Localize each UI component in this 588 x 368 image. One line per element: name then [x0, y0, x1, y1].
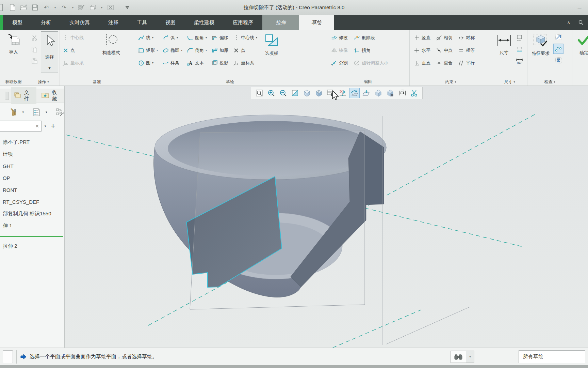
select-button[interactable]: 选择 ▾	[41, 31, 58, 73]
tree-item-right-plane[interactable]: GHT	[3, 160, 63, 172]
corner-button[interactable]: 拐角	[353, 44, 390, 57]
redo-dropdown[interactable]: ▾	[71, 3, 75, 12]
sketch-setup-icon[interactable]	[349, 88, 360, 98]
tree-tools-dropdown[interactable]: ▾	[19, 107, 27, 117]
chamfer-button[interactable]: 倒角▾	[186, 44, 208, 57]
find-tool-button[interactable]	[451, 351, 466, 363]
datum-csys-button[interactable]: 坐标系	[61, 57, 99, 69]
undo-button[interactable]: ↶	[42, 3, 51, 12]
datum-centerline-button[interactable]: 中心线	[61, 31, 99, 44]
search-icon[interactable]	[577, 19, 585, 26]
project-button[interactable]: 投影	[210, 57, 230, 69]
tree-item-top-plane[interactable]: OP	[3, 172, 63, 184]
undo-dropdown[interactable]: ▾	[53, 3, 57, 12]
constraint-symmetric-button[interactable]: 对称	[457, 31, 476, 44]
sketch-plane-outline[interactable]	[190, 116, 470, 345]
datum-line-3[interactable]	[326, 310, 421, 348]
constraint-tangent-button[interactable]: 相切	[435, 31, 454, 44]
tab-flexible-modeling[interactable]: 柔性建模	[185, 15, 224, 30]
modify-button[interactable]: 修改	[330, 31, 349, 44]
sketch-csys-button[interactable]: 坐标系	[232, 57, 259, 69]
constraint-vertical-button[interactable]: 竖直	[412, 31, 432, 44]
tree-tools-button[interactable]	[9, 108, 17, 117]
shade-closed-loops-button[interactable]	[553, 55, 564, 65]
chamfer-dropdown[interactable]: ▾	[206, 49, 207, 52]
thicken-button[interactable]: 加厚	[210, 44, 230, 57]
tree-item-csys[interactable]: RT_CSYS_DEF	[3, 196, 63, 208]
shade-with-edges-icon[interactable]	[373, 88, 383, 98]
graphics-area[interactable]	[65, 86, 588, 348]
sketch-centerline-button[interactable]: 中心线▾	[232, 31, 259, 44]
arc-dropdown[interactable]: ▾	[177, 36, 178, 39]
file-menu-edge[interactable]	[0, 15, 3, 30]
insert-indicator[interactable]	[0, 236, 63, 237]
saved-orientations-icon[interactable]	[314, 88, 324, 98]
shade-no-edges-icon[interactable]	[385, 88, 395, 98]
dimension-box-button[interactable]	[514, 33, 525, 43]
offset-button[interactable]: 偏移	[210, 31, 230, 44]
overlapping-geometry-button[interactable]	[553, 32, 564, 42]
constraint-parallel-button[interactable]: 平行	[457, 57, 476, 69]
zoom-in-icon[interactable]	[266, 88, 276, 98]
rectangle-dropdown[interactable]: ▾	[157, 49, 158, 52]
tree-item-part[interactable]: 除不了.PRT	[3, 136, 63, 148]
circle-dropdown[interactable]: ▾	[152, 61, 153, 64]
ellipse-dropdown[interactable]: ▾	[181, 49, 182, 52]
line-dropdown[interactable]: ▾	[152, 36, 153, 39]
tab-tools[interactable]: 工具	[128, 15, 156, 30]
tab-realtime-simulation[interactable]: 实时仿真	[60, 15, 99, 30]
tab-analysis[interactable]: 分析	[32, 15, 60, 30]
delete-segment-button[interactable]: 删除段	[353, 31, 390, 44]
expand-tree-button[interactable]: +	[49, 121, 57, 131]
zoom-out-icon[interactable]	[278, 88, 288, 98]
find-tool-dropdown[interactable]: ▾	[466, 351, 474, 363]
open-file-button[interactable]	[19, 3, 28, 12]
datum-display-icon[interactable]	[338, 88, 348, 98]
sketch-point-button[interactable]: 点	[232, 44, 259, 57]
tree-list-dropdown[interactable]: ▾	[43, 107, 50, 117]
collapse-ribbon-icon[interactable]: ∧	[565, 19, 572, 26]
search-dropdown[interactable]: ▾	[42, 121, 49, 131]
tree-item-design-items[interactable]: 计项	[3, 148, 63, 160]
plane-edge-diagonal[interactable]	[386, 307, 470, 344]
status-mini-panel[interactable]	[3, 350, 13, 363]
select-dropdown[interactable]: ▾	[48, 65, 51, 71]
tree-item-front-plane[interactable]: RONT	[3, 184, 63, 196]
clear-search-icon[interactable]: ✕	[35, 123, 39, 129]
zoom-fit-icon[interactable]	[254, 88, 264, 98]
line-button[interactable]: 线▾	[137, 31, 159, 44]
palette-button[interactable]: 选项板	[262, 31, 281, 57]
dimension-button[interactable]: 尺寸	[494, 31, 514, 56]
ok-button[interactable]: 确定	[575, 31, 588, 56]
reference-dimension-button[interactable]: REF	[514, 56, 525, 66]
redo-button[interactable]: ↷	[60, 3, 68, 12]
import-button[interactable]: 导入	[5, 31, 22, 55]
windows-button[interactable]	[88, 3, 97, 12]
tab-sketch[interactable]: 草绘	[299, 15, 334, 30]
cut-button[interactable]	[29, 33, 39, 43]
view-manager-icon[interactable]	[326, 88, 336, 98]
sketch-view-icon[interactable]	[361, 88, 372, 98]
mirror-button[interactable]: 镜像	[330, 44, 349, 57]
rotate-resize-button[interactable]: 旋转调整大小	[353, 57, 390, 69]
datum-point-button[interactable]: 点	[61, 44, 99, 57]
tab-view[interactable]: 视图	[156, 15, 185, 30]
section-cut-icon[interactable]	[409, 88, 419, 98]
tree-item-copy-geometry[interactable]: 部复制几何 标识1550	[3, 208, 63, 220]
constraint-equal-button[interactable]: 相等	[457, 44, 476, 57]
regenerate-button[interactable]	[77, 3, 86, 12]
constraint-perpendicular-button[interactable]: 垂直	[412, 57, 432, 69]
ellipse-button[interactable]: 椭圆▾	[161, 44, 184, 57]
tab-applications[interactable]: 应用程序	[224, 15, 262, 30]
save-button[interactable]	[31, 3, 39, 12]
repaint-icon[interactable]	[290, 88, 300, 98]
divide-button[interactable]: 分割	[330, 57, 349, 69]
search-input[interactable]: ✕	[0, 121, 42, 132]
fillet-button[interactable]: 圆角▾	[186, 31, 208, 44]
tab-extrude[interactable]: 拉伸	[262, 15, 299, 30]
tree-item-extrude-1[interactable]: 伸 1	[3, 220, 63, 232]
rectangle-button[interactable]: 矩形▾	[137, 44, 159, 57]
minimize-button[interactable]: –	[574, 0, 585, 15]
constraint-coincident-button[interactable]: 重合	[435, 57, 454, 69]
arc-button[interactable]: 弧▾	[161, 31, 184, 44]
